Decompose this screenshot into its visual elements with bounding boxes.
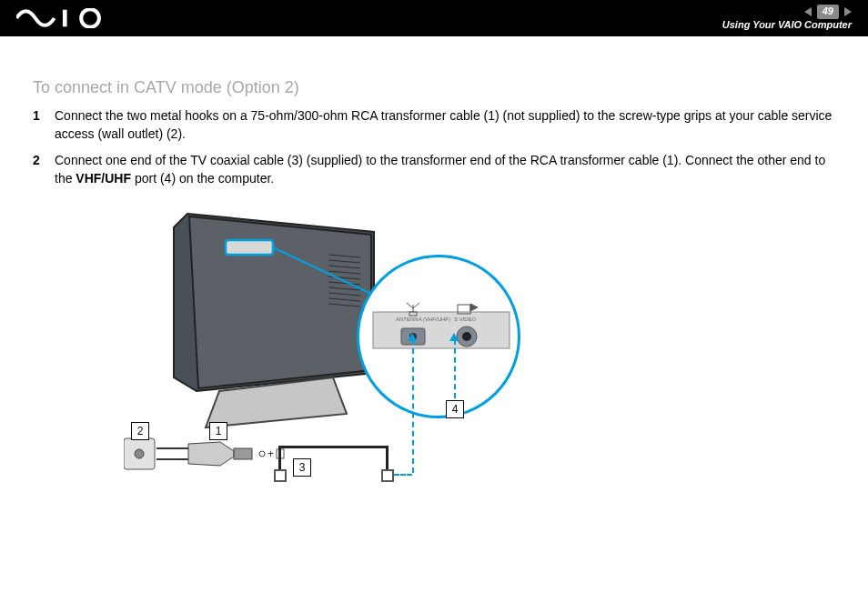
coax-plug-right [381,469,394,482]
section-name: Using Your VAIO Computer [722,19,852,32]
svg-rect-0 [63,10,67,27]
step-list: Connect the two metal hooks on a 75-ohm/… [33,106,835,187]
zoom-circle: ANTENNA (VHF/UHF) S VIDEO [357,255,520,418]
brand-logo [16,8,116,28]
step-2: Connect one end of the TV coaxial cable … [33,151,835,188]
callout-line-3h [394,474,412,476]
page-nav: 49 [804,5,852,19]
header-bar: 49 Using Your VAIO Computer [0,0,868,36]
callout-2: 2 [131,422,149,440]
step-2-bold: VHF/UHF [76,171,131,186]
svg-rect-22 [234,448,252,459]
zoom-label-svideo: S VIDEO [454,317,476,322]
coax-cable [278,446,388,448]
svg-point-18 [135,449,144,458]
svg-text:+: + [267,447,274,460]
section-title: To connect in CATV mode (Option 2) [33,78,835,97]
svg-rect-14 [226,240,273,255]
page-number: 49 [817,5,839,19]
arrow-icon [408,333,417,341]
svg-line-32 [407,303,413,308]
callout-3: 3 [293,458,311,477]
svg-marker-21 [188,442,234,466]
coax-plug-left [274,469,287,482]
page-prev-icon[interactable] [804,7,812,16]
illustration: + [124,200,597,482]
step-1-text: Connect the two metal hooks on a 75-ohm/… [55,108,832,141]
step-2-text-b: port (4) on the computer. [131,171,274,186]
page-content: To connect in CATV mode (Option 2) Conne… [0,36,868,507]
header-right: 49 Using Your VAIO Computer [722,5,852,32]
arrow-icon [449,333,459,341]
callout-line-4 [454,339,456,398]
callout-4: 4 [446,400,464,418]
callout-line-3 [412,339,414,473]
svg-point-30 [462,332,471,341]
zoom-label-antenna: ANTENNA (VHF/UHF) [396,317,450,322]
step-1: Connect the two metal hooks on a 75-ohm/… [33,106,835,144]
svg-line-33 [413,303,419,308]
callout-1: 1 [209,422,227,440]
svg-point-1 [81,9,99,27]
page-next-icon[interactable] [844,7,852,16]
svg-point-23 [259,451,265,457]
svg-marker-3 [189,216,371,388]
